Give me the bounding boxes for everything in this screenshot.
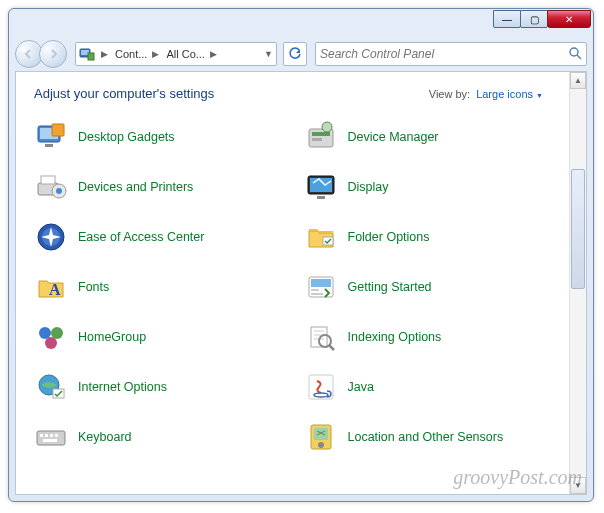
item-label: Getting Started: [348, 280, 432, 294]
item-device-manager[interactable]: Device Manager: [304, 119, 564, 155]
window-frame: — ▢ ✕ ▶ Cont... ▶ All Co... ▶ ▼: [8, 8, 594, 502]
chevron-right-icon: ▶: [207, 49, 220, 59]
display-icon: [304, 170, 338, 204]
view-by-value: Large icons: [476, 88, 533, 100]
scroll-down-button[interactable]: ▼: [570, 477, 586, 494]
svg-rect-14: [41, 176, 55, 184]
svg-rect-7: [45, 144, 53, 147]
getting-started-icon: [304, 270, 338, 304]
devices-printers-icon: [34, 170, 68, 204]
item-internet-options[interactable]: Internet Options: [34, 369, 294, 405]
item-label: HomeGroup: [78, 330, 146, 344]
item-label: Java: [348, 380, 374, 394]
content: Adjust your computer's settings View by:…: [16, 72, 569, 494]
item-label: Folder Options: [348, 230, 430, 244]
search-box[interactable]: [315, 42, 587, 66]
breadcrumb[interactable]: ▶ Cont... ▶ All Co... ▶ ▼: [75, 42, 277, 66]
svg-rect-46: [43, 439, 57, 442]
maximize-button[interactable]: ▢: [520, 10, 548, 28]
back-arrow-icon: [23, 48, 35, 60]
item-label: Ease of Access Center: [78, 230, 204, 244]
minimize-icon: —: [502, 14, 512, 25]
location-icon: [304, 420, 338, 454]
svg-rect-48: [314, 428, 328, 440]
svg-point-16: [56, 188, 62, 194]
item-keyboard[interactable]: Keyboard: [34, 419, 294, 455]
scrollbar[interactable]: ▲ ▼: [569, 72, 586, 494]
ease-of-access-icon: [34, 220, 68, 254]
minimize-button[interactable]: —: [493, 10, 521, 28]
svg-rect-10: [312, 132, 330, 136]
control-panel-icon: [78, 45, 96, 63]
svg-point-30: [45, 337, 57, 349]
nav-toolbar: ▶ Cont... ▶ All Co... ▶ ▼: [9, 37, 593, 71]
window-buttons: — ▢ ✕: [494, 10, 591, 28]
chevron-up-icon: ▲: [574, 76, 582, 85]
view-by-label: View by:: [429, 88, 470, 100]
item-desktop-gadgets[interactable]: Desktop Gadgets: [34, 119, 294, 155]
search-input[interactable]: [320, 47, 568, 61]
chevron-down-icon[interactable]: ▼: [261, 49, 276, 59]
forward-arrow-icon: [47, 48, 59, 60]
gadgets-icon: [34, 120, 68, 154]
content-pane: Adjust your computer's settings View by:…: [15, 71, 587, 495]
svg-rect-25: [311, 279, 331, 287]
close-icon: ✕: [565, 14, 573, 25]
item-indexing-options[interactable]: Indexing Options: [304, 319, 564, 355]
svg-rect-43: [45, 434, 48, 437]
items-grid: Desktop Gadgets Device Manager Devices a…: [34, 119, 563, 455]
scroll-track[interactable]: [570, 89, 586, 477]
svg-line-36: [329, 345, 334, 350]
maximize-icon: ▢: [530, 14, 539, 25]
homegroup-icon: [34, 320, 68, 354]
item-label: Devices and Printers: [78, 180, 193, 194]
view-by: View by: Large icons ▼: [429, 88, 543, 100]
item-java[interactable]: Java: [304, 369, 564, 405]
item-label: Display: [348, 180, 389, 194]
chevron-down-icon: ▼: [536, 92, 543, 99]
search-icon[interactable]: [568, 46, 582, 63]
svg-rect-8: [52, 124, 64, 136]
svg-line-4: [577, 55, 581, 59]
item-location-sensors[interactable]: Location and Other Sensors: [304, 419, 564, 455]
page-title: Adjust your computer's settings: [34, 86, 214, 101]
item-display[interactable]: Display: [304, 169, 564, 205]
breadcrumb-seg-1[interactable]: Cont...: [111, 48, 149, 60]
svg-point-12: [322, 122, 332, 132]
item-label: Internet Options: [78, 380, 167, 394]
item-ease-of-access[interactable]: Ease of Access Center: [34, 219, 294, 255]
scroll-thumb[interactable]: [571, 169, 585, 289]
view-by-dropdown[interactable]: Large icons ▼: [476, 88, 543, 100]
breadcrumb-seg-2[interactable]: All Co...: [162, 48, 207, 60]
refresh-button[interactable]: [283, 42, 307, 66]
svg-rect-42: [40, 434, 43, 437]
svg-point-28: [39, 327, 51, 339]
chevron-right-icon: ▶: [98, 49, 111, 59]
scroll-up-button[interactable]: ▲: [570, 72, 586, 89]
forward-button[interactable]: [39, 40, 67, 68]
svg-rect-2: [88, 53, 94, 60]
svg-rect-11: [312, 138, 322, 141]
refresh-icon: [288, 47, 302, 61]
svg-rect-27: [311, 293, 323, 295]
item-fonts[interactable]: A Fonts: [34, 269, 294, 305]
item-devices-printers[interactable]: Devices and Printers: [34, 169, 294, 205]
svg-rect-44: [50, 434, 53, 437]
item-folder-options[interactable]: Folder Options: [304, 219, 564, 255]
chevron-down-icon: ▼: [574, 481, 582, 490]
indexing-icon: [304, 320, 338, 354]
folder-options-icon: [304, 220, 338, 254]
svg-rect-26: [311, 289, 319, 291]
svg-point-3: [570, 48, 578, 56]
close-button[interactable]: ✕: [547, 10, 591, 28]
java-icon: [304, 370, 338, 404]
internet-options-icon: [34, 370, 68, 404]
svg-point-29: [51, 327, 63, 339]
item-label: Desktop Gadgets: [78, 130, 175, 144]
svg-point-49: [318, 442, 324, 448]
item-homegroup[interactable]: HomeGroup: [34, 319, 294, 355]
item-label: Indexing Options: [348, 330, 442, 344]
svg-rect-19: [317, 196, 325, 199]
item-getting-started[interactable]: Getting Started: [304, 269, 564, 305]
device-manager-icon: [304, 120, 338, 154]
